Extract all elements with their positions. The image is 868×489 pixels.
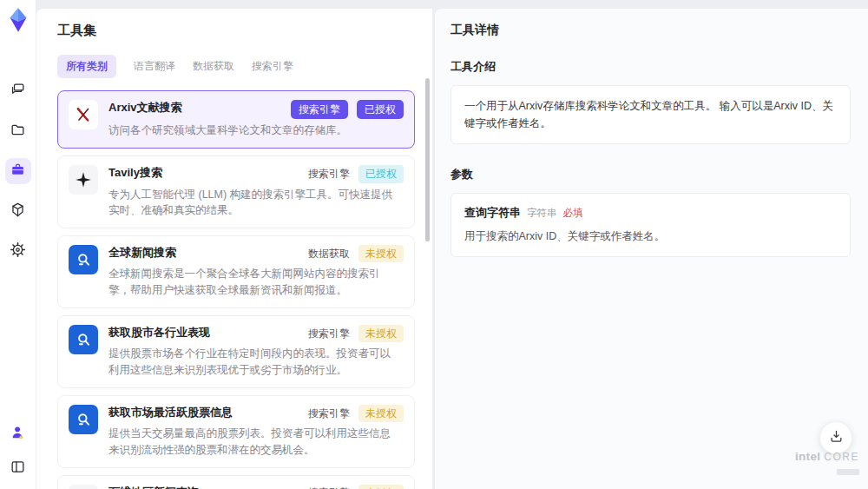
category-tabs: 所有类别语言翻译数据获取搜索引擎 xyxy=(57,55,415,78)
tool-badges: 搜索引擎 未授权 xyxy=(301,325,404,342)
tool-name: Tavily搜索 xyxy=(108,165,162,181)
category-label: 搜索引擎 xyxy=(308,167,350,182)
tool-body: Arxiv文献搜索 搜索引擎 已授权 访问各个研究领域大量科学论文和文章的存储库… xyxy=(108,100,404,139)
user-icon xyxy=(10,424,26,444)
tool-logo-news-icon xyxy=(69,325,98,354)
gear-icon xyxy=(10,241,26,261)
sidebar-item-gear[interactable] xyxy=(5,238,31,264)
auth-badge: 未授权 xyxy=(358,245,404,262)
category-badge: 搜索引擎 xyxy=(291,100,348,119)
intro-heading: 工具介绍 xyxy=(450,59,851,75)
params-heading: 参数 xyxy=(450,167,851,182)
param-card: 查询字符串 字符串 必填 用于搜索的Arxiv ID、关键字或作者姓名。 xyxy=(450,193,851,257)
chat-icon xyxy=(10,82,26,102)
panel-icon xyxy=(10,459,26,479)
tool-card-0[interactable]: Arxiv文献搜索 搜索引擎 已授权 访问各个研究领域大量科学论文和文章的存储库… xyxy=(57,90,415,149)
tool-body: Tavily搜索 搜索引擎 已授权 专为人工智能代理 (LLM) 构建的搜索引擎… xyxy=(108,165,404,219)
auth-badge: 已授权 xyxy=(357,100,404,119)
icon-sidebar xyxy=(0,0,36,489)
folder-icon xyxy=(10,122,26,142)
tool-body: 获取股市各行业表现 搜索引擎 未授权 提供股票市场各个行业在特定时间段内的表现。… xyxy=(108,325,404,379)
sidebar-bottom xyxy=(6,421,30,480)
intel-core-logo: intel core xyxy=(795,450,859,479)
tool-logo-building-icon xyxy=(69,485,98,489)
tool-description: 专为人工智能代理 (LLM) 构建的搜索引擎工具。可快速提供实时、准确和真实的结… xyxy=(108,187,395,220)
category-label: 数据获取 xyxy=(308,247,350,261)
tool-description: 全球新闻搜索是一个聚合全球各大新闻网站内容的搜索引擎，帮助用户快速获取全球最新资… xyxy=(108,266,395,299)
tool-badges: 搜索引擎 未授权 xyxy=(301,485,404,489)
tool-card-1[interactable]: Tavily搜索 搜索引擎 已授权 专为人工智能代理 (LLM) 构建的搜索引擎… xyxy=(57,155,415,228)
brand-core: core xyxy=(824,451,859,463)
details-title: 工具详情 xyxy=(450,23,851,38)
sidebar-item-chat[interactable] xyxy=(5,78,31,104)
tool-logo-news-icon xyxy=(69,245,98,274)
scrollbar-thumb[interactable] xyxy=(425,78,430,241)
tool-badges: 搜索引擎 已授权 xyxy=(301,165,404,182)
tool-body: 获取市场最活跃股票信息 搜索引擎 未授权 提供当天交易量最高的股票列表。投资者可… xyxy=(108,405,404,459)
tool-list: Arxiv文献搜索 搜索引擎 已授权 访问各个研究领域大量科学论文和文章的存储库… xyxy=(57,90,415,489)
tool-card-2[interactable]: 全球新闻搜索 数据获取 未授权 全球新闻搜索是一个聚合全球各大新闻网站内容的搜索… xyxy=(57,235,415,308)
intro-card: 一个用于从Arxiv存储库搜索科学论文和文章的工具。 输入可以是Arxiv ID… xyxy=(450,85,851,144)
param-type: 字符串 xyxy=(527,207,557,220)
intel-ultra-chip xyxy=(837,469,859,475)
tool-badges: 搜索引擎 未授权 xyxy=(301,405,404,422)
tool-logo-news-icon xyxy=(69,405,98,434)
category-label: 搜索引擎 xyxy=(308,486,350,489)
sidebar-item-user[interactable] xyxy=(6,421,30,446)
tool-name: Arxiv文献搜索 xyxy=(108,100,182,116)
tool-name: 获取市场最活跃股票信息 xyxy=(108,405,233,420)
details-panel: 工具详情 工具介绍 一个用于从Arxiv存储库搜索科学论文和文章的工具。 输入可… xyxy=(435,9,868,489)
sidebar-item-briefcase[interactable] xyxy=(5,158,31,184)
auth-badge: 已授权 xyxy=(358,165,404,182)
sidebar-nav xyxy=(5,78,31,264)
tab-category-2[interactable]: 数据获取 xyxy=(193,55,234,78)
tool-card-5[interactable]: 万维地区新闻查询 搜索引擎 未授权 查询具体行政区划内的新闻，快速了解各地新闻动 xyxy=(57,475,415,489)
tools-panel: 工具集 所有类别语言翻译数据获取搜索引擎 Arxiv文献搜索 搜索引擎 已授权 … xyxy=(36,9,432,489)
auth-badge: 未授权 xyxy=(358,405,404,422)
tool-name: 全球新闻搜索 xyxy=(108,245,176,261)
tool-name: 万维地区新闻查询 xyxy=(108,485,199,489)
param-list: 查询字符串 字符串 必填 用于搜索的Arxiv ID、关键字或作者姓名。 xyxy=(450,193,851,257)
tool-description: 提供股票市场各个行业在特定时间段内的表现。投资者可以利用这些信息来识别表现优于或… xyxy=(108,346,395,379)
sidebar-item-folder[interactable] xyxy=(5,118,31,144)
tool-body: 万维地区新闻查询 搜索引擎 未授权 查询具体行政区划内的新闻，快速了解各地新闻动 xyxy=(108,485,404,489)
tool-card-3[interactable]: 获取股市各行业表现 搜索引擎 未授权 提供股票市场各个行业在特定时间段内的表现。… xyxy=(57,315,415,388)
brand-intel: intel xyxy=(795,450,820,463)
sidebar-item-cube[interactable] xyxy=(5,198,31,224)
tool-card-4[interactable]: 获取市场最活跃股票信息 搜索引擎 未授权 提供当天交易量最高的股票列表。投资者可… xyxy=(57,395,415,468)
tool-name: 获取股市各行业表现 xyxy=(108,325,210,340)
page-title: 工具集 xyxy=(57,23,415,39)
param-head: 查询字符串 字符串 必填 xyxy=(464,205,837,221)
tool-badges: 搜索引擎 已授权 xyxy=(284,100,404,119)
tool-description: 提供当天交易量最高的股票列表。投资者可以利用这些信息来识别流动性强的股票和潜在的… xyxy=(108,426,395,459)
tab-category-0[interactable]: 所有类别 xyxy=(57,55,116,78)
tool-logo-tavily-icon xyxy=(69,165,98,195)
param-name: 查询字符串 xyxy=(464,205,521,221)
app-logo-icon xyxy=(5,7,31,33)
tool-badges: 数据获取 未授权 xyxy=(301,245,404,262)
category-label: 搜索引擎 xyxy=(308,406,350,421)
app-window: 工具集 所有类别语言翻译数据获取搜索引擎 Arxiv文献搜索 搜索引擎 已授权 … xyxy=(0,0,868,489)
tab-category-3[interactable]: 搜索引擎 xyxy=(252,55,293,78)
tool-logo-arxiv-icon xyxy=(69,100,98,129)
sidebar-item-panel[interactable] xyxy=(6,456,30,480)
param-required: 必填 xyxy=(563,207,583,220)
cube-icon xyxy=(10,202,26,221)
auth-badge: 未授权 xyxy=(358,325,404,342)
download-icon xyxy=(829,429,844,447)
intro-text: 一个用于从Arxiv存储库搜索科学论文和文章的工具。 输入可以是Arxiv ID… xyxy=(464,97,837,132)
tool-description: 访问各个研究领域大量科学论文和文章的存储库。 xyxy=(108,122,395,139)
category-label: 搜索引擎 xyxy=(308,327,350,341)
briefcase-icon xyxy=(10,162,26,182)
tab-category-1[interactable]: 语言翻译 xyxy=(134,55,175,78)
tool-body: 全球新闻搜索 数据获取 未授权 全球新闻搜索是一个聚合全球各大新闻网站内容的搜索… xyxy=(108,245,404,299)
param-description: 用于搜索的Arxiv ID、关键字或作者姓名。 xyxy=(464,228,837,245)
auth-badge: 未授权 xyxy=(358,485,404,489)
